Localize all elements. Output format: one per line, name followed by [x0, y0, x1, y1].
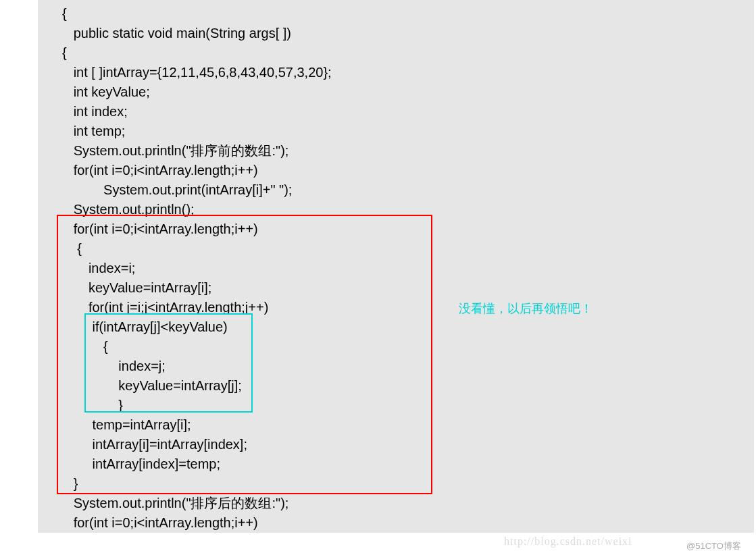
code-line: intArray[i]=intArray[index]; [38, 435, 754, 454]
code-line: for(int j=i;j<intArray.length;j++) [38, 298, 754, 317]
code-line: int temp; [38, 122, 754, 141]
code-line: if(intArray[j]<keyValue) [38, 317, 754, 337]
code-line: temp=intArray[i]; [38, 415, 754, 435]
annotation-text: 没看懂，以后再领悟吧！ [459, 300, 593, 317]
code-line: System.out.println("排序前的数组:"); [38, 141, 754, 161]
code-line: index=j; [38, 357, 754, 376]
code-line: { [38, 239, 754, 259]
code-line: index=i; [38, 259, 754, 278]
code-line: keyValue=intArray[i]; [38, 278, 754, 298]
code-line: keyValue=intArray[j]; [38, 376, 754, 396]
code-line: System.out.println(); [38, 200, 754, 219]
code-line: public static void main(String args[ ]) [38, 24, 754, 43]
code-line: int keyValue; [38, 82, 754, 102]
code-line: { [38, 337, 754, 357]
code-line: System.out.print(intArray[i]+" "); [38, 180, 754, 200]
code-line: } [38, 474, 754, 494]
code-line: for(int i=0;i<intArray.length;i++) [38, 513, 754, 533]
code-line: intArray[index]=temp; [38, 454, 754, 474]
code-line: { [38, 43, 754, 63]
code-line: { [38, 4, 754, 24]
code-line: int [ ]intArray={12,11,45,6,8,43,40,57,3… [38, 63, 754, 82]
code-block: { public static void main(String args[ ]… [38, 0, 754, 533]
watermark-copyright: @51CTO博客 [686, 540, 741, 553]
code-line: } [38, 396, 754, 415]
watermark-url: http://blog.csdn.net/weixi [504, 533, 632, 549]
code-line: int index; [38, 102, 754, 122]
code-line: for(int i=0;i<intArray.length;i++) [38, 219, 754, 239]
code-line: System.out.println("排序后的数组:"); [38, 494, 754, 513]
code-line: for(int i=0;i<intArray.length;i++) [38, 161, 754, 180]
